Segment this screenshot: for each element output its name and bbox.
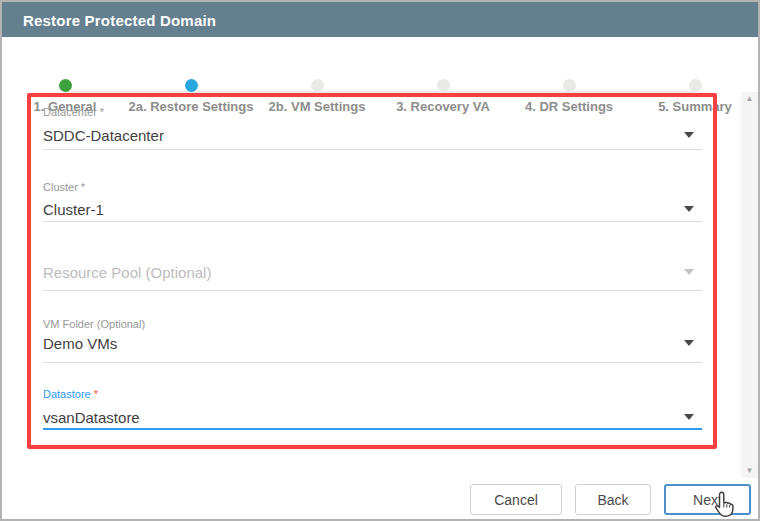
step-completed-dot-icon (59, 79, 72, 92)
dropdown-arrow-icon[interactable] (684, 132, 694, 138)
dialog-titlebar: Restore Protected Domain (2, 2, 758, 38)
resource-pool-select-placeholder: Resource Pool (Optional) (43, 264, 211, 281)
vertical-scrollbar[interactable]: ▲ ▼ (741, 92, 758, 478)
datastore-underline-focused (43, 428, 702, 430)
step-upcoming-dot-icon (437, 79, 450, 92)
vm-folder-underline (43, 362, 702, 363)
datacenter-underline (43, 149, 702, 150)
step-upcoming-dot-icon (311, 79, 324, 92)
cluster-label: Cluster* (43, 181, 85, 193)
step-label: 5. Summary (658, 99, 732, 114)
restore-protected-domain-dialog: Restore Protected Domain 1. General 2a. … (0, 0, 760, 521)
step-label: 2b. VM Settings (269, 99, 366, 114)
required-asterisk: * (94, 388, 98, 400)
vm-folder-select-value[interactable]: Demo VMs (43, 335, 117, 352)
step-dr-settings: 4. DR Settings (506, 37, 632, 114)
datastore-select-value[interactable]: vsanDatastore (43, 409, 140, 426)
datastore-label: Datastore* (43, 388, 98, 400)
step-summary: 5. Summary (632, 37, 758, 114)
next-button[interactable]: Next (664, 484, 751, 515)
datacenter-select-value[interactable]: SDDC-Datacenter (43, 127, 164, 144)
step-upcoming-dot-icon (563, 79, 576, 92)
resource-pool-underline (43, 290, 702, 291)
dropdown-arrow-icon[interactable] (684, 206, 694, 212)
vm-folder-label: VM Folder (Optional) (43, 318, 145, 330)
step-active-dot-icon (185, 79, 198, 92)
scroll-up-icon[interactable]: ▲ (746, 92, 754, 106)
step-label: 2a. Restore Settings (129, 99, 254, 114)
step-recovery-va: 3. Recovery VA (380, 37, 506, 114)
back-button[interactable]: Back (575, 484, 651, 515)
step-restore-settings: 2a. Restore Settings (128, 37, 254, 114)
step-vm-settings: 2b. VM Settings (254, 37, 380, 114)
dropdown-arrow-icon (684, 269, 694, 275)
dialog-title: Restore Protected Domain (23, 12, 216, 29)
cancel-button[interactable]: Cancel (470, 484, 562, 515)
cluster-underline (43, 221, 702, 222)
cluster-select-value[interactable]: Cluster-1 (43, 201, 104, 218)
step-label: 4. DR Settings (525, 99, 613, 114)
dropdown-arrow-icon[interactable] (684, 414, 694, 420)
step-label: 3. Recovery VA (396, 99, 490, 114)
scroll-down-icon[interactable]: ▼ (746, 464, 754, 478)
step-general: 1. General (2, 37, 128, 114)
dropdown-arrow-icon[interactable] (684, 340, 694, 346)
step-upcoming-dot-icon (689, 79, 702, 92)
required-asterisk: * (81, 181, 85, 193)
datacenter-label: Datacenter* (43, 106, 104, 118)
wizard-stepper: 1. General 2a. Restore Settings 2b. VM S… (2, 37, 758, 91)
required-asterisk: * (100, 106, 104, 118)
